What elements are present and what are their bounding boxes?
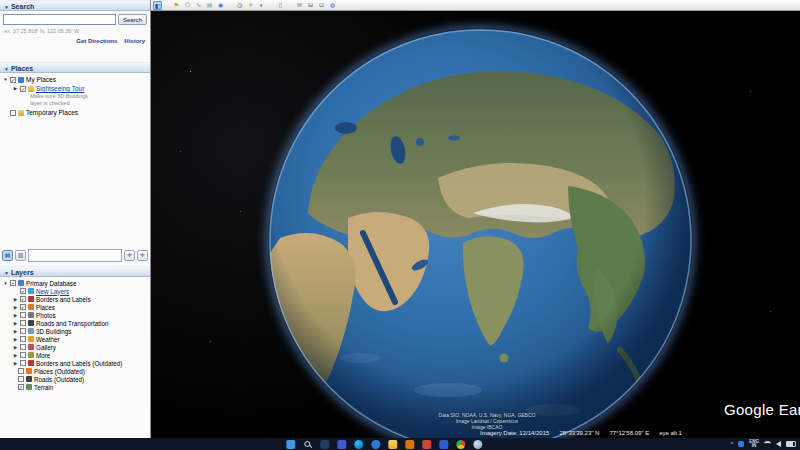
checkbox[interactable] <box>20 328 26 334</box>
history-link[interactable]: History <box>124 38 145 44</box>
checkbox[interactable]: ✓ <box>10 77 16 83</box>
checkbox[interactable] <box>20 352 26 358</box>
layer-places[interactable]: ▶ ✓ Places <box>0 303 150 311</box>
layer-places-outdated[interactable]: Places (Outdated) <box>0 367 150 375</box>
expander-icon[interactable]: ▶ <box>13 305 18 310</box>
tree-item-my-places[interactable]: ▼ ✓ My Places <box>0 75 150 84</box>
layer-borders-outdated[interactable]: ▶ Borders and Labels (Outdated) <box>0 359 150 367</box>
checkbox[interactable] <box>10 110 16 116</box>
app-icon-word[interactable] <box>439 440 448 449</box>
latitude-readout: 28°33'39.23" N <box>559 430 599 436</box>
layer-primary-database[interactable]: ▼ ▪ Primary Database <box>0 279 150 287</box>
checkbox[interactable] <box>18 368 24 374</box>
layer-roads-outdated[interactable]: Roads (Outdated) <box>0 375 150 383</box>
tree-item-temporary-places[interactable]: Temporary Places <box>0 108 150 117</box>
tray-overflow-chevron-icon[interactable]: ^ <box>730 441 733 447</box>
onedrive-icon[interactable] <box>738 441 744 447</box>
expander-icon[interactable]: ▶ <box>13 345 18 350</box>
tree-item-sightseeing-tour[interactable]: ▶ ✓ Sightseeing Tour <box>0 84 150 93</box>
toggle-sidebar-icon[interactable]: ◧ <box>153 1 162 10</box>
expander-icon[interactable]: ▶ <box>13 297 18 302</box>
layer-new-layers[interactable]: ✓ New Layers <box>0 287 150 295</box>
places-filter-input[interactable] <box>28 249 122 262</box>
get-directions-link[interactable]: Get Directions <box>76 38 117 44</box>
view-in-google-maps-icon[interactable]: ◍ <box>328 1 337 10</box>
app-icon-teams[interactable] <box>337 440 346 449</box>
checkbox[interactable]: ▪ <box>10 280 16 286</box>
taskbar-search-icon[interactable] <box>303 440 312 449</box>
print-icon[interactable]: ⊟ <box>306 1 315 10</box>
earth-viewport[interactable]: Data SIO, NOAA, U.S. Navy, NGA, GEBCO Im… <box>150 11 800 438</box>
app-icon-red[interactable] <box>422 440 431 449</box>
search-previous-button[interactable]: ✛ <box>124 250 135 261</box>
save-image-icon[interactable]: ⊡ <box>317 1 326 10</box>
email-icon[interactable]: ✉ <box>295 1 304 10</box>
status-bar: Imagery Date: 12/14/2015 28°33'39.23" N … <box>480 430 800 436</box>
volume-icon[interactable] <box>776 441 781 447</box>
collapse-triangle-icon: ▼ <box>4 66 9 72</box>
expander-icon[interactable]: ▶ <box>13 353 18 358</box>
layer-weather[interactable]: ▶ Weather <box>0 335 150 343</box>
expander-icon[interactable]: ▶ <box>13 337 18 342</box>
checkbox[interactable] <box>20 312 26 318</box>
layer-3d-buildings[interactable]: ▶ 3D Buildings <box>0 327 150 335</box>
places-panel-title: Places <box>11 65 33 72</box>
layer-more[interactable]: ▶ More <box>0 351 150 359</box>
filter-view-earth-button[interactable]: ▥ <box>15 250 26 261</box>
checkbox[interactable] <box>20 320 26 326</box>
filter-view-list-button[interactable]: ▤ <box>2 250 13 261</box>
start-button-icon[interactable] <box>286 440 295 449</box>
historical-imagery-icon[interactable]: ◷ <box>235 1 244 10</box>
search-input[interactable] <box>3 14 116 25</box>
layer-terrain[interactable]: ✓ Terrain <box>0 383 150 391</box>
checkbox[interactable]: ✓ <box>20 296 26 302</box>
app-icon-dark[interactable] <box>320 440 329 449</box>
eye-altitude-readout: eye alt 1 <box>659 430 682 436</box>
add-polygon-icon[interactable]: ⬠ <box>183 1 192 10</box>
expander-icon[interactable]: ▶ <box>13 313 18 318</box>
checkbox[interactable] <box>20 360 26 366</box>
battery-icon[interactable] <box>786 441 796 447</box>
imagery-date: Imagery Date: 12/14/2015 <box>480 430 549 436</box>
sunlight-icon[interactable]: ☀ <box>246 1 255 10</box>
add-image-overlay-icon[interactable]: ▤ <box>205 1 214 10</box>
search-next-button[interactable]: ✛ <box>137 250 148 261</box>
layers-panel-header[interactable]: ▼Layers <box>0 266 150 277</box>
checkbox[interactable] <box>18 376 24 382</box>
file-explorer-icon[interactable] <box>388 440 397 449</box>
checkbox[interactable] <box>20 336 26 342</box>
expander-icon[interactable]: ▶ <box>13 86 18 91</box>
edge-browser-icon[interactable] <box>354 440 363 449</box>
app-icon-orange[interactable] <box>405 440 414 449</box>
ruler-icon[interactable]: ▯ <box>276 1 285 10</box>
earth-globe[interactable] <box>268 28 693 438</box>
search-panel-header[interactable]: ▼Search <box>0 0 150 11</box>
search-button[interactable]: Search <box>118 14 147 25</box>
checkbox[interactable] <box>20 344 26 350</box>
add-placemark-icon[interactable]: ⚑ <box>172 1 181 10</box>
wifi-icon[interactable] <box>764 441 771 447</box>
google-earth-app-icon[interactable] <box>473 440 482 449</box>
expander-icon[interactable]: ▼ <box>3 281 8 286</box>
expander-icon[interactable]: ▶ <box>13 321 18 326</box>
layer-roads[interactable]: ▶ Roads and Transportation <box>0 319 150 327</box>
planets-icon[interactable]: ◐ <box>257 1 266 10</box>
checkbox[interactable]: ✓ <box>20 304 26 310</box>
expander-icon[interactable]: ▶ <box>13 329 18 334</box>
main-toolbar: ◧ ⚑ ⬠ ∿ ▤ ◉ ◷ ☀ ◐ ▯ ✉ ⊟ ⊡ ◍ <box>150 0 800 11</box>
record-tour-icon[interactable]: ◉ <box>216 1 225 10</box>
places-panel-header[interactable]: ▼Places <box>0 62 150 73</box>
chrome-browser-icon[interactable] <box>456 440 465 449</box>
layer-borders-and-labels[interactable]: ▶ ✓ Borders and Labels <box>0 295 150 303</box>
expander-icon[interactable]: ▶ <box>13 361 18 366</box>
add-path-icon[interactable]: ∿ <box>194 1 203 10</box>
layer-photos[interactable]: ▶ Photos <box>0 311 150 319</box>
expander-icon[interactable]: ▼ <box>3 77 8 82</box>
checkbox[interactable]: ✓ <box>20 288 26 294</box>
layer-gallery[interactable]: ▶ Gallery <box>0 343 150 351</box>
language-indicator[interactable]: ENG IN <box>749 440 759 449</box>
checkbox[interactable]: ✓ <box>18 384 24 390</box>
photos-icon <box>28 312 34 318</box>
app-icon-blue-circle[interactable] <box>371 440 380 449</box>
checkbox[interactable]: ✓ <box>20 86 26 92</box>
